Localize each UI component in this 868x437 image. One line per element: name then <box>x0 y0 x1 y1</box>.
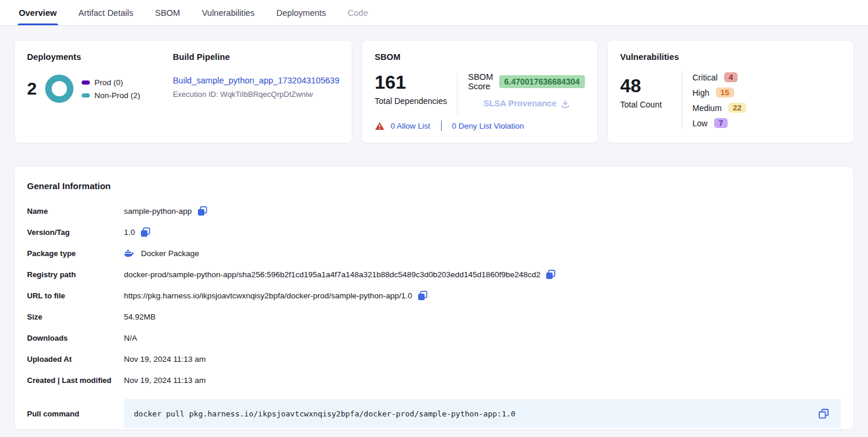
general-information-card: General Information Name sample-python-a… <box>14 166 854 430</box>
info-row-name: Name sample-python-app <box>27 205 841 217</box>
sbom-total: 161 <box>375 72 457 93</box>
severity-row-high: High 15 <box>692 86 746 99</box>
prod-swatch <box>82 80 90 85</box>
vulnerabilities-card: Vulnerabilities 48 Total Count Critical … <box>607 40 854 143</box>
info-row-package-type: Package type Docker Package <box>27 247 841 259</box>
severity-list: Critical 4 High 15 Medium 22 Low 7 <box>682 71 746 129</box>
tab-vulnerabilities[interactable]: Vulnerabilities <box>202 0 255 25</box>
pull-command-text: docker pull pkg.harness.io/ikpsjoavtcwxn… <box>134 409 818 418</box>
severity-count-badge: 22 <box>728 103 746 113</box>
severity-count-badge: 7 <box>714 118 728 128</box>
build-pipeline-column: Build Pipeline Build_sample_python_app_1… <box>161 52 339 131</box>
copy-icon[interactable] <box>197 206 207 216</box>
info-value-created-modified: Nov 19, 2024 11:13 am <box>124 376 206 385</box>
vulnerabilities-total: 48 <box>620 76 682 96</box>
vulnerabilities-title: Vulnerabilities <box>620 52 841 62</box>
build-pipeline-link[interactable]: Build_sample_python_app_1732043105639 <box>173 76 339 85</box>
legend-item-prod: Prod (0) <box>82 78 140 87</box>
info-label-created-modified: Created | Last modified <box>27 376 124 385</box>
info-label-version: Version/Tag <box>27 228 124 237</box>
slsa-provenance-link[interactable]: SLSA Provenance <box>468 99 585 108</box>
severity-row-medium: Medium 22 <box>692 102 746 114</box>
info-row-version: Version/Tag 1.0 <box>27 226 841 238</box>
allow-deny-separator <box>441 120 442 131</box>
info-value-package-type: Docker Package <box>141 249 199 258</box>
info-label-size: Size <box>27 312 124 321</box>
info-row-created-modified: Created | Last modified Nov 19, 2024 11:… <box>27 374 841 386</box>
sbom-score-block: SBOM Score 6.470017636684304 SLSA Proven… <box>457 72 585 118</box>
info-value-url: https://pkg.harness.io/ikpsjoavtcwxnqisy… <box>124 291 412 300</box>
legend-item-nonprod: Non-Prod (2) <box>82 91 140 100</box>
sbom-score-value: 6.470017636684304 <box>499 75 585 88</box>
vulnerabilities-total-label: Total Count <box>620 100 682 109</box>
info-value-size: 54.92MB <box>124 312 156 321</box>
info-label-url: URL to file <box>27 291 124 300</box>
info-row-pull-command: Pull command docker pull pkg.harness.io/… <box>27 399 841 428</box>
sbom-title: SBOM <box>375 52 585 62</box>
info-value-version: 1.0 <box>124 228 135 237</box>
deployments-count: 2 <box>27 79 37 99</box>
info-row-downloads: Downloads N/A <box>27 332 841 344</box>
severity-label: Medium <box>692 103 722 113</box>
copy-icon[interactable] <box>546 270 556 280</box>
severity-count-badge: 15 <box>716 88 734 98</box>
info-value-uploaded-at: Nov 19, 2024 11:13 am <box>124 355 206 364</box>
tab-sbom[interactable]: SBOM <box>155 0 180 25</box>
info-label-downloads: Downloads <box>27 334 124 342</box>
general-information-title: General Information <box>27 181 841 191</box>
sbom-score-label: SBOM Score <box>468 72 494 91</box>
severity-count-badge: 4 <box>724 72 738 82</box>
slsa-provenance-label: SLSA Provenance <box>483 99 556 108</box>
severity-row-low: Low 7 <box>692 117 746 129</box>
tab-overview[interactable]: Overview <box>19 0 57 25</box>
pull-command-box: docker pull pkg.harness.io/ikpsjoavtcwxn… <box>124 399 841 428</box>
tab-code: Code <box>348 0 368 25</box>
info-row-size: Size 54.92MB <box>27 311 841 322</box>
warning-icon <box>375 122 385 130</box>
info-label-package-type: Package type <box>27 249 124 258</box>
download-icon <box>561 99 570 108</box>
sbom-card: SBOM 161 Total Dependencies SBOM Score 6… <box>362 40 598 143</box>
tab-artifact-details[interactable]: Artifact Details <box>79 0 133 25</box>
deployments-legend: Prod (0) Non-Prod (2) <box>82 78 140 100</box>
info-value-name: sample-python-app <box>124 207 192 216</box>
tab-deployments[interactable]: Deployments <box>276 0 326 25</box>
deployments-column: Deployments 2 Prod (0) Non-Prod (2) <box>27 52 161 131</box>
docker-icon <box>124 249 134 257</box>
deny-list-link[interactable]: 0 Deny List Violation <box>452 122 524 130</box>
copy-pull-command-icon[interactable] <box>818 408 829 419</box>
deployments-card: Deployments 2 Prod (0) Non-Prod (2) Buil… <box>14 40 352 143</box>
info-row-url: URL to file https://pkg.harness.io/ikpsj… <box>27 290 841 301</box>
summary-cards-row: Deployments 2 Prod (0) Non-Prod (2) Buil… <box>14 40 854 143</box>
info-row-registry-path: Registry path docker-prod/sample-python-… <box>27 268 841 280</box>
info-value-registry-path: docker-prod/sample-python-app/sha256:596… <box>124 270 540 279</box>
vulnerabilities-total-block: 48 Total Count <box>620 71 682 129</box>
severity-label: Low <box>692 119 708 128</box>
severity-row-critical: Critical 4 <box>692 71 746 83</box>
copy-icon[interactable] <box>140 227 150 237</box>
info-label-uploaded-at: Uploaded At <box>27 355 124 364</box>
legend-prod-label: Prod (0) <box>95 78 123 87</box>
info-label-name: Name <box>27 207 124 216</box>
deployments-title: Deployments <box>27 52 161 62</box>
allow-list-link[interactable]: 0 Allow List <box>391 122 430 130</box>
sbom-total-label: Total Dependencies <box>375 96 457 106</box>
info-label-pull-command: Pull command <box>27 409 124 418</box>
copy-icon[interactable] <box>418 291 428 301</box>
severity-label: High <box>692 88 709 98</box>
nonprod-swatch <box>82 93 90 98</box>
info-label-registry-path: Registry path <box>27 270 124 279</box>
build-pipeline-title: Build Pipeline <box>173 52 339 62</box>
tab-bar: Overview Artifact Details SBOM Vulnerabi… <box>0 0 868 26</box>
info-value-downloads: N/A <box>124 334 137 342</box>
sbom-total-block: 161 Total Dependencies <box>375 72 457 118</box>
info-row-uploaded-at: Uploaded At Nov 19, 2024 11:13 am <box>27 353 841 365</box>
legend-nonprod-label: Non-Prod (2) <box>95 91 140 100</box>
deployments-donut-chart <box>45 75 73 103</box>
severity-label: Critical <box>692 73 718 82</box>
execution-id: Execution ID: WqkTiIbBRqecQrpDtZwniw <box>173 90 339 99</box>
